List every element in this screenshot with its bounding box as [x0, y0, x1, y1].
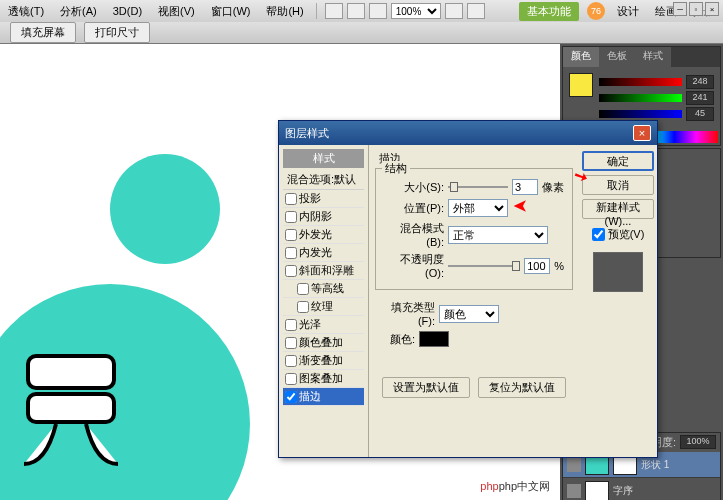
b-value[interactable]: 45 — [686, 107, 714, 121]
ok-button[interactable]: 确定 — [582, 151, 654, 171]
reset-default-button[interactable]: 复位为默认值 — [478, 377, 566, 398]
position-select[interactable]: 外部 — [448, 199, 508, 217]
layer-row[interactable]: 字序 — [563, 478, 720, 500]
preview-thumbnail — [593, 252, 643, 292]
tab-swatch[interactable]: 色板 — [599, 47, 635, 67]
tool-icon-1[interactable] — [325, 3, 343, 19]
structure-group: 结构 大小(S): 像素 ➘ 位置(P): 外部 ➤ 混合模式(B): 正常 — [375, 168, 573, 290]
separator — [316, 3, 317, 19]
svg-rect-0 — [28, 356, 114, 388]
preview-checkbox[interactable]: 预览(V) — [592, 227, 645, 242]
checkbox[interactable] — [285, 211, 297, 223]
essentials-button[interactable]: 基本功能 — [519, 2, 579, 21]
style-drop-shadow[interactable]: 投影 — [283, 190, 364, 208]
opacity-input[interactable]: 100% — [680, 435, 716, 449]
doc-icon[interactable] — [369, 3, 387, 19]
style-contour[interactable]: 等高线 — [283, 280, 364, 298]
zoom-select[interactable]: 100% — [391, 3, 441, 19]
opacity-input[interactable] — [524, 258, 550, 274]
tool-icon-3[interactable] — [467, 3, 485, 19]
text-glyph — [10, 344, 140, 474]
color-swatch[interactable] — [419, 331, 449, 347]
g-slider[interactable] — [599, 94, 682, 102]
style-satin[interactable]: 光泽 — [283, 316, 364, 334]
min-icon[interactable]: ─ — [673, 2, 687, 16]
size-input[interactable] — [512, 179, 538, 195]
menu-window[interactable]: 窗口(W) — [207, 2, 255, 21]
checkbox[interactable] — [285, 337, 297, 349]
style-texture[interactable]: 纹理 — [283, 298, 364, 316]
size-label: 大小(S): — [384, 180, 444, 195]
cancel-button[interactable]: 取消 — [582, 175, 654, 195]
color-fg-bg[interactable] — [569, 73, 593, 123]
opacity-unit: % — [554, 260, 564, 272]
restore-icon[interactable]: ▫ — [689, 2, 703, 16]
color-label: 颜色: — [375, 332, 415, 347]
tab-style[interactable]: 样式 — [635, 47, 671, 67]
blending-options[interactable]: 混合选项:默认 — [283, 170, 364, 190]
blend-select[interactable]: 正常 — [448, 226, 548, 244]
fill-screen-button[interactable]: 填充屏幕 — [10, 22, 76, 43]
style-pattern-overlay[interactable]: 图案叠加 — [283, 370, 364, 388]
menubar: 透镜(T) 分析(A) 3D(D) 视图(V) 窗口(W) 帮助(H) 100%… — [0, 0, 723, 22]
dialog-buttons: 确定 取消 新建样式(W)... 预览(V) — [579, 145, 657, 457]
style-inner-glow[interactable]: 内发光 — [283, 244, 364, 262]
checkbox[interactable] — [285, 193, 297, 205]
checkbox[interactable] — [592, 228, 605, 241]
print-size-button[interactable]: 打印尺寸 — [84, 22, 150, 43]
menu-help[interactable]: 帮助(H) — [262, 2, 307, 21]
watermark: phpphp中文网 — [474, 477, 556, 496]
b-slider[interactable] — [599, 110, 682, 118]
size-unit: 像素 — [542, 180, 564, 195]
workspace-design[interactable]: 设计 — [613, 2, 643, 21]
checkbox[interactable] — [297, 301, 309, 313]
hand-icon[interactable] — [347, 3, 365, 19]
notification-badge[interactable]: 76 — [587, 2, 605, 20]
menu-lens[interactable]: 透镜(T) — [4, 2, 48, 21]
new-style-button[interactable]: 新建样式(W)... — [582, 199, 654, 219]
checkbox[interactable] — [285, 373, 297, 385]
close-icon[interactable]: × — [705, 2, 719, 16]
checkbox[interactable] — [297, 283, 309, 295]
fill-select[interactable]: 颜色 — [439, 305, 499, 323]
layer-thumb[interactable] — [585, 481, 609, 501]
r-value[interactable]: 248 — [686, 75, 714, 89]
layer-name: 形状 1 — [641, 458, 669, 472]
menu-view[interactable]: 视图(V) — [154, 2, 199, 21]
opacity-slider[interactable] — [448, 265, 520, 267]
checkbox[interactable] — [285, 319, 297, 331]
style-inner-shadow[interactable]: 内阴影 — [283, 208, 364, 226]
tool-icon-2[interactable] — [445, 3, 463, 19]
position-label: 位置(P): — [384, 201, 444, 216]
checkbox[interactable] — [285, 229, 297, 241]
g-value[interactable]: 241 — [686, 91, 714, 105]
dialog-title: 图层样式 — [285, 126, 633, 141]
close-button[interactable]: × — [633, 125, 651, 141]
size-slider[interactable] — [448, 186, 508, 188]
checkbox[interactable] — [285, 355, 297, 367]
eye-icon[interactable] — [567, 484, 581, 498]
r-slider[interactable] — [599, 78, 682, 86]
style-stroke[interactable]: 描边 — [283, 388, 364, 406]
menu-analyze[interactable]: 分析(A) — [56, 2, 101, 21]
styles-list: 样式 混合选项:默认 投影 内阴影 外发光 内发光 斜面和浮雕 等高线 纹理 光… — [279, 145, 369, 457]
style-color-overlay[interactable]: 颜色叠加 — [283, 334, 364, 352]
style-outer-glow[interactable]: 外发光 — [283, 226, 364, 244]
checkbox[interactable] — [285, 265, 297, 277]
dialog-titlebar[interactable]: 图层样式 × — [279, 121, 657, 145]
eye-icon[interactable] — [567, 458, 581, 472]
menu-3d[interactable]: 3D(D) — [109, 3, 146, 19]
shape-circle-small — [110, 154, 220, 264]
style-gradient-overlay[interactable]: 渐变叠加 — [283, 352, 364, 370]
tab-color[interactable]: 颜色 — [563, 47, 599, 67]
checkbox[interactable] — [285, 391, 297, 403]
structure-label: 结构 — [382, 161, 410, 176]
set-default-button[interactable]: 设置为默认值 — [382, 377, 470, 398]
arrow-annotation-icon: ➤ — [514, 197, 527, 216]
style-bevel[interactable]: 斜面和浮雕 — [283, 262, 364, 280]
fill-label: 填充类型(F): — [375, 300, 435, 327]
checkbox[interactable] — [285, 247, 297, 259]
layer-style-dialog: 图层样式 × 样式 混合选项:默认 投影 内阴影 外发光 内发光 斜面和浮雕 等… — [278, 120, 658, 458]
options-bar: 填充屏幕 打印尺寸 — [0, 22, 723, 44]
opacity-label: 不透明度(O): — [384, 252, 444, 279]
